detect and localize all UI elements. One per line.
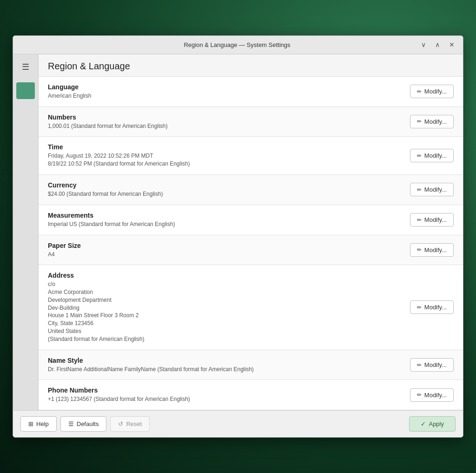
setting-info: Name StyleDr. FirstName AdditionalName F…: [48, 357, 403, 373]
sidebar: ☰: [13, 54, 39, 411]
defaults-icon: ☰: [68, 420, 74, 427]
setting-name: Time: [48, 143, 403, 151]
modify-label: Modify...: [424, 361, 447, 368]
pencil-icon: ✏: [417, 153, 422, 159]
modify-button-numbers[interactable]: ✏Modify...: [410, 115, 454, 128]
setting-name: Measurements: [48, 212, 403, 219]
close-button[interactable]: ✕: [446, 40, 457, 49]
reset-label: Reset: [126, 420, 142, 427]
setting-name: Currency: [48, 181, 403, 189]
table-row: LanguageAmerican English✏Modify...: [39, 77, 463, 107]
modify-button-measurements[interactable]: ✏Modify...: [410, 213, 454, 227]
modify-button-address[interactable]: ✏Modify...: [410, 300, 454, 314]
sidebar-active-indicator: [16, 82, 35, 99]
main-area: ☰ Region & Language LanguageAmerican Eng…: [13, 54, 463, 411]
modify-button-currency[interactable]: ✏Modify...: [410, 183, 454, 196]
apply-label: Apply: [429, 420, 444, 427]
setting-value: Imperial US (Standard format for America…: [48, 220, 403, 228]
modify-label: Modify...: [424, 246, 447, 253]
setting-info: Addressc/o Acme Corporation Development …: [48, 272, 403, 343]
pencil-icon: ✏: [417, 246, 422, 253]
modify-button-name-style[interactable]: ✏Modify...: [410, 358, 454, 372]
defaults-label: Defaults: [77, 420, 99, 427]
modify-label: Modify...: [424, 88, 447, 95]
modify-label: Modify...: [424, 392, 447, 399]
settings-list: LanguageAmerican English✏Modify...Number…: [39, 77, 463, 411]
pencil-icon: ✏: [417, 118, 422, 125]
table-row: Addressc/o Acme Corporation Development …: [39, 265, 463, 350]
setting-value: Friday, August 19, 2022 10:52:26 PM MDT …: [48, 152, 403, 168]
modify-label: Modify...: [424, 152, 447, 159]
defaults-button[interactable]: ☰ Defaults: [60, 416, 107, 432]
setting-name: Phone Numbers: [48, 386, 403, 394]
modify-label: Modify...: [424, 118, 447, 125]
table-row: Phone Numbers+1 (123) 1234567 (Standard …: [39, 380, 463, 410]
footer-left-buttons: ⊞ Help ☰ Defaults ↺ Reset: [20, 416, 150, 432]
modify-label: Modify...: [424, 216, 447, 223]
setting-value: A4: [48, 251, 403, 259]
setting-value: +1 (123) 1234567 (Standard format for Am…: [48, 395, 403, 403]
window-controls: ∨ ∧ ✕: [418, 40, 457, 49]
help-button[interactable]: ⊞ Help: [20, 416, 57, 432]
setting-value: $24.00 (Standard format for American Eng…: [48, 190, 403, 198]
setting-info: Paper SizeA4: [48, 242, 403, 259]
table-row: TimeFriday, August 19, 2022 10:52:26 PM …: [39, 137, 463, 175]
table-row: MeasurementsImperial US (Standard format…: [39, 205, 463, 235]
modify-button-phone-numbers[interactable]: ✏Modify...: [410, 388, 454, 402]
apply-icon: ✓: [421, 420, 426, 427]
table-row: Numbers1,000.01 (Standard format for Ame…: [39, 107, 463, 137]
setting-value: Dr. FirstName AdditionalName FamilyName …: [48, 366, 403, 373]
page-header: Region & Language: [39, 54, 463, 77]
setting-value: 1,000.01 (Standard format for American E…: [48, 122, 403, 130]
modify-button-paper-size[interactable]: ✏Modify...: [410, 243, 454, 257]
pencil-icon: ✏: [417, 392, 422, 398]
maximize-button[interactable]: ∧: [432, 40, 443, 49]
setting-info: Numbers1,000.01 (Standard format for Ame…: [48, 113, 403, 130]
main-window: Region & Language — System Settings ∨ ∧ …: [13, 35, 463, 438]
pencil-icon: ✏: [417, 187, 422, 193]
setting-name: Numbers: [48, 113, 403, 121]
sidebar-menu-button[interactable]: ☰: [19, 59, 32, 75]
page-title: Region & Language: [48, 61, 454, 72]
pencil-icon: ✏: [417, 304, 422, 311]
setting-info: LanguageAmerican English: [48, 83, 403, 100]
pencil-icon: ✏: [417, 88, 422, 95]
modify-label: Modify...: [424, 304, 447, 311]
setting-info: TimeFriday, August 19, 2022 10:52:26 PM …: [48, 143, 403, 168]
setting-name: Paper Size: [48, 242, 403, 249]
table-row: Name StyleDr. FirstName AdditionalName F…: [39, 350, 463, 380]
modify-button-language[interactable]: ✏Modify...: [410, 85, 454, 98]
setting-value: American English: [48, 92, 403, 100]
setting-name: Name Style: [48, 357, 403, 364]
apply-button[interactable]: ✓ Apply: [409, 416, 456, 432]
help-label: Help: [36, 420, 49, 427]
pencil-icon: ✏: [417, 217, 422, 223]
setting-name: Address: [48, 272, 403, 279]
setting-name: Language: [48, 83, 403, 91]
setting-info: MeasurementsImperial US (Standard format…: [48, 212, 403, 228]
reset-icon: ↺: [118, 420, 123, 427]
setting-value: c/o Acme Corporation Development Departm…: [48, 280, 403, 343]
titlebar: Region & Language — System Settings ∨ ∧ …: [13, 36, 463, 54]
minimize-button[interactable]: ∨: [418, 40, 429, 49]
modify-label: Modify...: [424, 186, 447, 193]
reset-button[interactable]: ↺ Reset: [110, 416, 150, 432]
footer: ⊞ Help ☰ Defaults ↺ Reset ✓ Apply: [13, 410, 463, 437]
setting-info: Phone Numbers+1 (123) 1234567 (Standard …: [48, 386, 403, 403]
table-row: Paper SizeA4✏Modify...: [39, 235, 463, 266]
table-row: Currency$24.00 (Standard format for Amer…: [39, 175, 463, 205]
pencil-icon: ✏: [417, 362, 422, 368]
setting-info: Currency$24.00 (Standard format for Amer…: [48, 181, 403, 198]
window-title: Region & Language — System Settings: [56, 41, 418, 48]
modify-button-time[interactable]: ✏Modify...: [410, 149, 454, 162]
help-icon: ⊞: [28, 420, 33, 427]
content-area: Region & Language LanguageAmerican Engli…: [39, 54, 463, 411]
